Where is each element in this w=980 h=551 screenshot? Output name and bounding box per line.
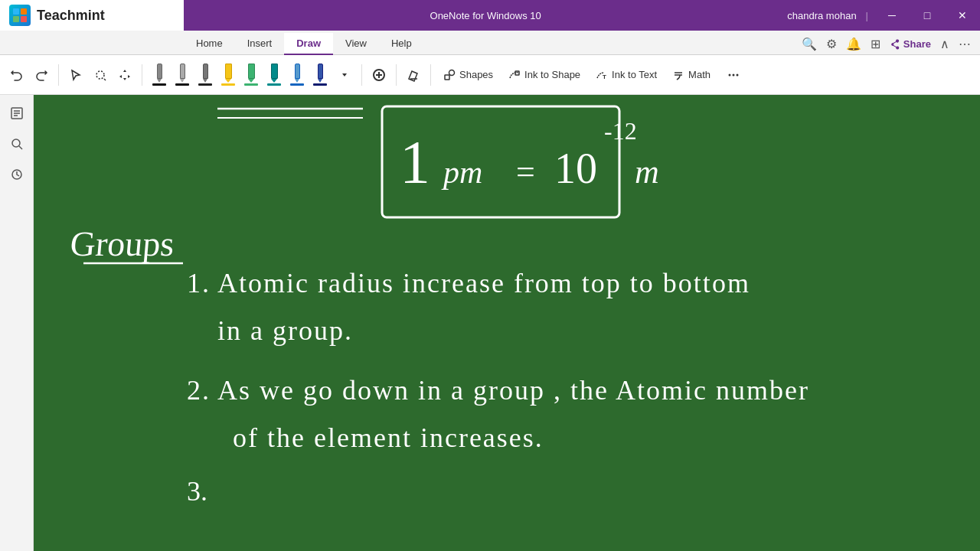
user-name: chandra mohan (787, 10, 856, 21)
close-button[interactable]: ✕ (945, 0, 980, 31)
ink-to-text-label: Ink to Text (612, 69, 657, 80)
separator-line: | (866, 10, 868, 21)
logo-icon (9, 5, 31, 26)
undo-button[interactable] (6, 61, 28, 89)
highlighter-green[interactable] (240, 60, 262, 90)
svg-point-16 (729, 73, 731, 76)
toolbar: Shapes Ink to Shape T Ink to Text Math (0, 55, 980, 95)
collapse-ribbon-icon[interactable]: ∧ (940, 37, 949, 51)
shapes-button[interactable]: Shapes (437, 61, 499, 89)
svg-rect-10 (445, 75, 449, 80)
tab-insert[interactable]: Insert (235, 33, 285, 55)
add-tool-button[interactable] (368, 61, 390, 89)
pen-tool-blue[interactable] (286, 60, 308, 90)
svg-rect-3 (21, 16, 27, 22)
select-tool-button[interactable] (65, 61, 87, 89)
svg-point-23 (12, 139, 20, 147)
svg-point-4 (96, 71, 104, 79)
redo-button[interactable] (31, 61, 52, 89)
sidebar-notes-icon[interactable] (5, 101, 29, 126)
eraser-button[interactable] (403, 61, 424, 89)
pen-tool-black2[interactable] (172, 60, 193, 90)
separator-1 (58, 64, 59, 86)
bell-icon-ribbon[interactable]: 🔔 (846, 37, 861, 51)
shapes-label: Shapes (459, 69, 493, 80)
separator-3 (361, 64, 362, 86)
move-tool-button[interactable] (114, 61, 136, 89)
pen-dropdown-button[interactable] (334, 61, 355, 89)
sidebar-search-icon[interactable] (5, 132, 29, 156)
more-ribbon-icon[interactable]: ⋯ (959, 37, 971, 51)
svg-point-18 (737, 73, 739, 76)
ink-to-shape-label: Ink to Shape (524, 69, 580, 80)
sidebar-history-icon[interactable] (5, 162, 29, 187)
canvas-drawing: 1 pm = 10 -12 m Groups 1. Atomic radius … (34, 95, 980, 551)
settings-icon-ribbon[interactable]: ⚙ (826, 37, 837, 51)
more-tools-button[interactable] (723, 61, 744, 89)
svg-point-11 (449, 70, 455, 75)
highlighter-teal[interactable] (263, 60, 285, 90)
highlighter-yellow[interactable] (217, 60, 239, 90)
svg-rect-0 (13, 8, 19, 15)
app-logo: Teachmint (0, 0, 184, 31)
separator-4 (396, 64, 397, 86)
sidebar (0, 95, 34, 551)
pen-tools-group (149, 60, 331, 90)
svg-text:Groups: Groups (69, 224, 176, 263)
title-bar: Teachmint OneNote for Windows 10 chandra… (0, 0, 980, 31)
user-area: chandra mohan | (787, 10, 874, 21)
svg-text:1. Atomic  radius  increase  f: 1. Atomic radius increase from top to bo… (187, 268, 750, 298)
svg-text:3.: 3. (187, 476, 207, 507)
svg-text:m: m (635, 153, 659, 191)
svg-line-24 (19, 146, 22, 149)
svg-text:of  the   element  increases.: of the element increases. (233, 422, 544, 453)
svg-line-5 (104, 79, 106, 80)
ink-to-shape-button[interactable]: Ink to Shape (502, 61, 586, 89)
ribbon-tabs: Home Insert Draw View Help 🔍 ⚙ 🔔 ⊞ Share… (0, 31, 980, 55)
separator-2 (142, 64, 142, 86)
ink-to-text-button[interactable]: T Ink to Text (590, 61, 663, 89)
math-button[interactable]: Math (666, 61, 717, 89)
svg-point-17 (733, 73, 735, 76)
tab-home[interactable]: Home (184, 33, 235, 55)
separator-5 (430, 64, 431, 86)
svg-text:10: 10 (554, 145, 597, 192)
math-label: Math (688, 69, 710, 80)
svg-text:T: T (603, 73, 606, 80)
pen-tool-black[interactable] (149, 60, 170, 90)
expand-icon-ribbon[interactable]: ⊞ (871, 37, 880, 51)
window-controls: ─ □ ✕ (874, 0, 980, 31)
minimize-button[interactable]: ─ (874, 0, 910, 31)
pen-tool-dark[interactable] (194, 60, 216, 90)
window-title: OneNote for Windows 10 (184, 10, 787, 21)
maximize-button[interactable]: □ (910, 0, 945, 31)
svg-text:in  a   group.: in a group. (217, 315, 353, 346)
svg-rect-1 (21, 8, 27, 15)
share-button[interactable]: Share (890, 38, 931, 50)
ribbon-right-actions: 🔍 ⚙ 🔔 ⊞ Share ∧ ⋯ (802, 37, 980, 54)
tab-help[interactable]: Help (379, 33, 424, 55)
canvas-area[interactable]: 1 pm = 10 -12 m Groups 1. Atomic radius … (34, 95, 980, 551)
svg-text:1: 1 (400, 129, 430, 196)
svg-text:=: = (516, 153, 535, 191)
svg-text:-12: -12 (604, 117, 637, 145)
tab-view[interactable]: View (333, 33, 379, 55)
search-icon-ribbon[interactable]: 🔍 (802, 37, 817, 51)
logo-text-label: Teachmint (37, 8, 105, 24)
lasso-tool-button[interactable] (90, 61, 111, 89)
svg-text:pm: pm (441, 155, 482, 190)
svg-rect-2 (13, 16, 19, 22)
svg-text:2. As  we   go  down  in  a  g: 2. As we go down in a group , the Atomic… (187, 375, 809, 406)
tab-draw[interactable]: Draw (284, 33, 333, 55)
pen-tool-navy[interactable] (309, 60, 331, 90)
